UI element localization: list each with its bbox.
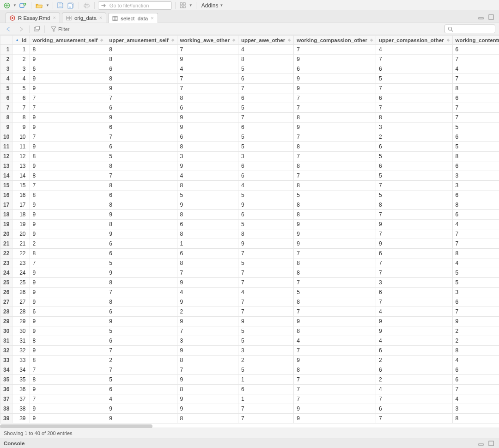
addins-caret: ▼ bbox=[219, 3, 223, 7]
data-cell: 8 bbox=[294, 365, 376, 375]
svg-rect-15 bbox=[67, 16, 71, 20]
table-row[interactable]: 39399987978 bbox=[0, 414, 499, 423]
goto-file-box[interactable] bbox=[98, 1, 172, 10]
save-all-button[interactable] bbox=[67, 1, 75, 10]
hscroll-thumb[interactable] bbox=[0, 424, 152, 428]
table-row[interactable]: 16168655556 bbox=[0, 190, 499, 200]
data-cell: 8 bbox=[294, 200, 376, 210]
save-button[interactable] bbox=[56, 1, 65, 10]
table-row[interactable]: 10107765726 bbox=[0, 132, 499, 142]
table-row[interactable]: 22228667768 bbox=[0, 249, 499, 258]
table-row[interactable]: 26269744563 bbox=[0, 288, 499, 297]
col-header-upper_amusement_self[interactable]: upper_amusement_self◆ bbox=[106, 36, 177, 45]
col-header-working_contentment_self[interactable]: working_contentment_self◆ bbox=[452, 36, 499, 45]
data-cell: 6 bbox=[106, 249, 177, 258]
filter-button[interactable]: Filter bbox=[48, 25, 72, 33]
data-cell: 8 bbox=[177, 356, 238, 365]
table-row[interactable]: 33338282924 bbox=[0, 356, 499, 365]
col-header-working_awe_other[interactable]: working_awe_other◆ bbox=[177, 36, 238, 45]
table-row[interactable]: 889997887 bbox=[0, 113, 499, 123]
table-row[interactable]: 30309575892 bbox=[0, 326, 499, 336]
data-cell: 6 bbox=[452, 45, 499, 55]
console-minimize-button[interactable] bbox=[477, 439, 485, 448]
table-row[interactable]: 13139896866 bbox=[0, 161, 499, 171]
table-row[interactable]: 11119685865 bbox=[0, 142, 499, 152]
data-cell: 8 bbox=[177, 229, 238, 239]
table-row[interactable]: 37377491774 bbox=[0, 394, 499, 404]
data-cell: 6 bbox=[30, 64, 106, 74]
table-row[interactable]: 14148746753 bbox=[0, 171, 499, 181]
table-row[interactable]: 25259897735 bbox=[0, 278, 499, 288]
maximize-pane-button[interactable] bbox=[487, 13, 495, 21]
table-row[interactable]: 29299999999 bbox=[0, 317, 499, 326]
table-row[interactable]: 336645664 bbox=[0, 64, 499, 74]
tab-orig-data[interactable]: orig_data× bbox=[62, 12, 106, 23]
nav-forward-button[interactable] bbox=[16, 25, 26, 33]
rownum-cell: 1 bbox=[0, 45, 12, 55]
table-row[interactable]: 17179899888 bbox=[0, 200, 499, 210]
table-row[interactable]: 667786766 bbox=[0, 93, 499, 103]
data-table-area[interactable]: ▲idworking_amusement_self◆upper_amusemen… bbox=[0, 35, 499, 428]
tab-r-essay-rmd[interactable]: R Essay.Rmd× bbox=[6, 12, 60, 23]
minimize-pane-button[interactable] bbox=[477, 13, 485, 21]
grid-button[interactable] bbox=[179, 1, 187, 10]
open-recent-caret[interactable]: ▼ bbox=[46, 3, 49, 7]
tab-close-button[interactable]: × bbox=[53, 15, 55, 20]
table-row[interactable]: 18189986876 bbox=[0, 210, 499, 220]
tab-close-button[interactable]: × bbox=[151, 16, 153, 21]
table-row[interactable]: 32329793768 bbox=[0, 346, 499, 356]
data-cell: 7 bbox=[106, 93, 177, 103]
console-maximize-button[interactable] bbox=[487, 439, 495, 448]
data-cell: 9 bbox=[294, 74, 376, 84]
open-file-button[interactable] bbox=[35, 1, 44, 10]
table-row[interactable]: 24249977875 bbox=[0, 268, 499, 278]
table-row[interactable]: 38389997963 bbox=[0, 404, 499, 414]
data-cell: 8 bbox=[177, 210, 238, 220]
table-row[interactable]: 23237585874 bbox=[0, 258, 499, 268]
col-header-working_compassion_other[interactable]: working_compassion_other◆ bbox=[294, 36, 376, 45]
table-row[interactable]: 28286627747 bbox=[0, 307, 499, 317]
hscroll-track[interactable] bbox=[0, 424, 499, 428]
table-row[interactable]: 35358591726 bbox=[0, 375, 499, 385]
cell-id: 32 bbox=[12, 346, 30, 356]
table-search-box[interactable] bbox=[444, 25, 495, 33]
table-row[interactable]: 36369686747 bbox=[0, 385, 499, 394]
table-row[interactable]: 20209988977 bbox=[0, 229, 499, 239]
svg-rect-9 bbox=[180, 3, 183, 5]
tab-select-data[interactable]: select_data× bbox=[108, 13, 158, 23]
disk-icon bbox=[57, 2, 63, 8]
table-row[interactable]: 27279897876 bbox=[0, 297, 499, 307]
table-row[interactable]: 15157884873 bbox=[0, 181, 499, 190]
new-file-caret[interactable]: ▼ bbox=[13, 3, 17, 7]
console-bar[interactable]: Console bbox=[0, 438, 499, 448]
col-header-id[interactable]: ▲id bbox=[12, 36, 30, 45]
show-in-window-button[interactable] bbox=[33, 25, 41, 33]
new-file-button[interactable] bbox=[3, 1, 11, 10]
table-search-input[interactable] bbox=[455, 26, 492, 32]
goto-file-input[interactable] bbox=[109, 2, 159, 9]
tab-close-button[interactable]: × bbox=[99, 15, 102, 20]
table-row[interactable]: 31318635442 bbox=[0, 336, 499, 346]
table-row[interactable]: 229898977 bbox=[0, 55, 499, 64]
table-row[interactable]: 34347775866 bbox=[0, 365, 499, 375]
nav-back-button[interactable] bbox=[4, 25, 14, 33]
addins-menu[interactable]: Addins ▼ bbox=[200, 2, 225, 9]
data-cell: 9 bbox=[294, 229, 376, 239]
table-row[interactable]: 21212619997 bbox=[0, 239, 499, 249]
rownum-cell: 34 bbox=[0, 365, 12, 375]
grid-caret[interactable]: ▼ bbox=[189, 3, 193, 7]
data-cell: 6 bbox=[376, 404, 452, 414]
col-header-upper_compassion_other[interactable]: upper_compassion_other◆ bbox=[376, 36, 452, 45]
table-row[interactable]: 559977978 bbox=[0, 84, 499, 93]
new-project-button[interactable] bbox=[18, 1, 28, 10]
col-header-upper_awe_other[interactable]: upper_awe_other◆ bbox=[238, 36, 293, 45]
print-button[interactable] bbox=[82, 1, 91, 10]
cell-id: 2 bbox=[12, 55, 30, 64]
table-row[interactable]: 999696935 bbox=[0, 123, 499, 132]
col-header-working_amusement_self[interactable]: working_amusement_self◆ bbox=[30, 36, 106, 45]
table-row[interactable]: 118874746 bbox=[0, 45, 499, 55]
table-row[interactable]: 777665777 bbox=[0, 103, 499, 113]
table-row[interactable]: 449876957 bbox=[0, 74, 499, 84]
table-row[interactable]: 19199865994 bbox=[0, 220, 499, 229]
table-row[interactable]: 12128533758 bbox=[0, 152, 499, 161]
